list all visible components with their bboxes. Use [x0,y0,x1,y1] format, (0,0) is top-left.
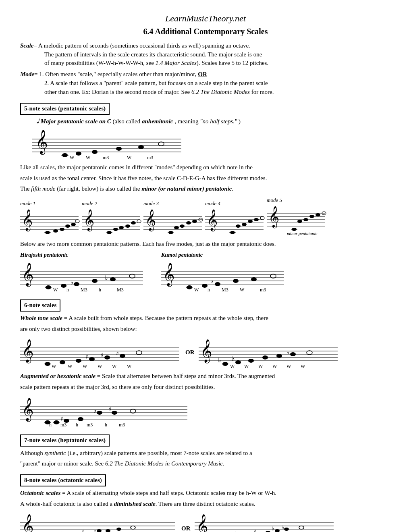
svg-text:h: h [76,422,78,427]
svg-point-67 [248,220,253,223]
section8-text2: A whole-half octatonic is also called a … [20,500,391,509]
svg-point-154 [222,362,228,366]
pentatonic-text3: The fifth mode (far right, below) is als… [20,185,391,193]
svg-point-115 [233,279,239,283]
svg-text:m3: m3 [103,155,109,160]
svg-point-11 [138,145,144,149]
svg-text:W: W [98,364,102,369]
no-half-steps: "no half steps." [200,118,237,125]
mode-def1: = 1. Often means "scale," especially sca… [34,71,198,77]
two-pentatonic-row: Hirajoshi pentatonic 𝄞 ♭ ♭ W h [20,251,391,292]
svg-point-78 [297,220,302,223]
svg-point-42 [131,221,136,224]
mode2-label: mode 2 [82,200,97,208]
svg-text:W: W [127,364,132,369]
svg-text:♯: ♯ [60,416,63,422]
svg-point-41 [125,224,130,228]
svg-text:W: W [68,364,73,369]
section-7note-header: 7-note scales (heptatonic scales) [20,434,110,447]
svg-text:𝄞: 𝄞 [268,206,279,229]
svg-text:minor pentatonic: minor pentatonic [287,231,318,236]
svg-text:𝄞: 𝄞 [200,339,212,364]
section-8note-header: 8-note scales (octatonic scales) [20,474,106,486]
whole-tone-def2: are only two distinct possibilities, sho… [20,325,391,334]
svg-text:W: W [240,287,245,292]
svg-text:m3: m3 [87,422,93,427]
svg-text:M3: M3 [222,287,228,292]
svg-text:h: h [105,422,107,427]
svg-point-114 [215,282,220,286]
svg-text:h: h [99,287,101,292]
svg-point-7 [62,153,68,157]
section-5note-header: 5-note scales (pentatonic scales) [20,103,110,115]
svg-point-54 [186,221,191,224]
svg-text:♯: ♯ [85,354,88,360]
svg-text:m3: m3 [60,422,66,427]
augmented-staff: 𝄞 ♯ ♭ ♯ h m3 h m3 h m3 [20,395,391,427]
svg-text:♭: ♭ [93,407,97,414]
svg-point-138 [120,354,125,358]
kumoi-title: Kumoi pentatonic [161,251,286,259]
pentatonic-text2: scale is used as the tonal center. Since… [20,174,391,183]
svg-point-134 [89,357,95,361]
or-label-1: OR [185,348,195,357]
svg-text:♭: ♭ [286,349,290,355]
pentatonic-modes-row: mode 1 𝄞 mode 2 𝄞 [20,197,391,237]
svg-text:h: h [49,422,52,427]
svg-point-208 [97,529,102,532]
svg-text:𝄞: 𝄞 [163,263,175,287]
svg-point-178 [54,420,59,424]
svg-point-66 [242,223,247,226]
svg-text:𝄞: 𝄞 [83,209,94,232]
svg-point-232 [299,526,304,529]
section7-text2: "parent" major or minor scale. See 6.2 T… [20,459,391,468]
svg-text:♭: ♭ [282,524,284,530]
mode5-item: mode 5 𝄞 minor pentatonic [267,197,326,237]
svg-point-43 [137,220,141,223]
svg-text:m3: m3 [260,287,266,292]
svg-point-91 [46,285,51,289]
mode1-item: mode 1 𝄞 [20,200,80,237]
svg-point-161 [290,352,296,356]
mode3-label: mode 3 [143,200,159,208]
svg-point-95 [92,279,98,283]
svg-point-231 [284,528,289,531]
section8-text1: Octatonic scales = A scale of alternatin… [20,489,391,498]
major-pent-label: ♩ Major pentatonic scale on C [36,118,111,125]
mode3-item: mode 3 𝄞 [143,200,203,237]
mode4-item: mode 4 𝄞 [205,200,265,237]
augmented-def2: scale pattern repeats at the major 3rd, … [20,383,391,392]
svg-point-185 [112,411,117,415]
svg-text:♯: ♯ [109,406,112,412]
svg-point-53 [180,224,185,228]
augmented-def: Augmented or hexatonic scale = Scale tha… [20,372,391,381]
mode1-label: mode 1 [20,200,35,208]
svg-text:m3: m3 [119,422,125,427]
svg-point-116 [251,277,257,281]
svg-point-183 [97,411,102,415]
meaning: , meaning [174,118,200,125]
svg-point-40 [119,226,124,229]
svg-point-10 [116,147,122,151]
svg-point-28 [65,224,70,228]
svg-point-130 [45,362,50,366]
svg-text:𝄞: 𝄞 [22,339,34,364]
svg-text:W: W [286,364,291,369]
svg-point-181 [78,417,83,421]
svg-point-26 [53,229,58,233]
kumoi-staff: Kumoi pentatonic 𝄞 ♭ W h M3 [161,251,286,292]
major-pentatonic-staff: 𝄞 W W m3 W m3 [32,128,391,160]
mode-def3: other than one. Ex: Dorian is the second… [44,88,391,97]
section7-text: Although synthetic (i.e., arbitrary) sca… [20,449,391,458]
svg-point-94 [74,282,79,286]
scale-def2: The pattern of intervals in the scale cr… [44,50,391,59]
svg-text:W: W [86,155,91,160]
svg-text:M3: M3 [117,287,124,292]
mode4-label: mode 4 [205,200,220,208]
svg-text:m3: m3 [147,155,153,160]
svg-point-69 [260,216,264,220]
svg-point-55 [192,220,197,223]
svg-point-39 [113,228,118,231]
svg-point-132 [76,359,81,363]
svg-point-210 [116,528,121,531]
